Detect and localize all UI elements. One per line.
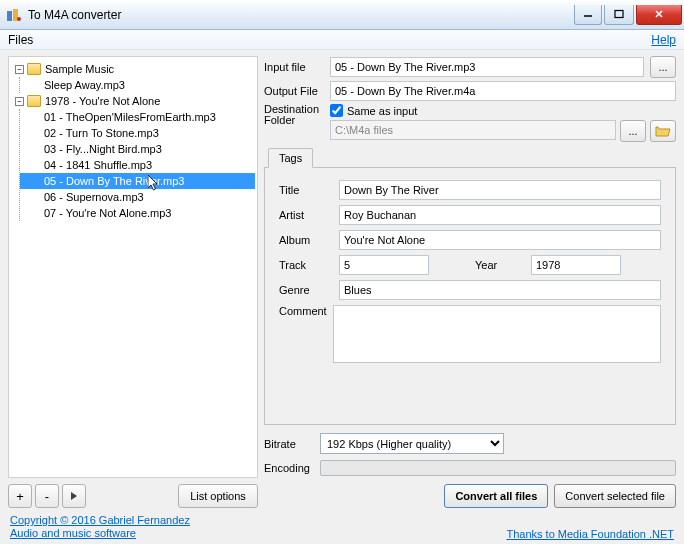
bitrate-label: Bitrate	[264, 438, 314, 450]
album-field[interactable]	[339, 230, 661, 250]
maximize-button[interactable]	[604, 5, 634, 25]
audio-software-link[interactable]: Audio and music software	[10, 527, 190, 540]
folder-icon	[27, 95, 41, 107]
genre-field[interactable]	[339, 280, 661, 300]
tree-folder[interactable]: − Sample Music	[11, 61, 255, 77]
bitrate-select[interactable]: 192 Kbps (Higher quality)	[320, 433, 504, 454]
tree-item[interactable]: Sleep Away.mp3	[20, 77, 255, 93]
add-button[interactable]: +	[8, 484, 32, 508]
svg-rect-0	[7, 11, 12, 21]
menu-files[interactable]: Files	[8, 33, 33, 47]
encoding-progress	[320, 460, 676, 476]
input-file-label: Input file	[264, 61, 324, 73]
titlebar: To M4A converter	[0, 0, 684, 30]
menubar: Files Help	[0, 30, 684, 50]
album-label: Album	[279, 234, 333, 246]
collapse-icon[interactable]: −	[15, 97, 24, 106]
same-as-input-label: Same as input	[347, 105, 417, 117]
genre-label: Genre	[279, 284, 333, 296]
track-label: Track	[279, 259, 333, 271]
list-options-button[interactable]: List options	[178, 484, 258, 508]
tree-folder[interactable]: − 1978 - You're Not Alone	[11, 93, 255, 109]
file-tree[interactable]: − Sample Music Sleep Away.mp3 − 1978 - Y…	[8, 56, 258, 478]
convert-all-button[interactable]: Convert all files	[444, 484, 548, 508]
minimize-button[interactable]	[574, 5, 602, 25]
artist-label: Artist	[279, 209, 333, 221]
folder-icon	[27, 63, 41, 75]
close-button[interactable]	[636, 5, 682, 25]
help-link[interactable]: Help	[651, 33, 676, 47]
tree-item[interactable]: 01 - TheOpen'MilesFromEarth.mp3	[20, 109, 255, 125]
footer: Copyright © 2016 Gabriel Fernandez Audio…	[0, 514, 684, 544]
title-field[interactable]	[339, 180, 661, 200]
input-file-field[interactable]	[330, 57, 644, 77]
browse-input-button[interactable]: ...	[650, 56, 676, 78]
comment-field[interactable]	[333, 305, 661, 363]
dest-folder-label: Destination Folder	[264, 104, 324, 126]
browse-dest-button[interactable]: ...	[620, 120, 646, 142]
title-label: Title	[279, 184, 333, 196]
tree-item[interactable]: 06 - Supernova.mp3	[20, 189, 255, 205]
tags-panel: Title Artist Album Track Year Genre Comm…	[264, 167, 676, 425]
same-as-input-checkbox[interactable]	[330, 104, 343, 117]
track-field[interactable]	[339, 255, 429, 275]
svg-rect-4	[615, 11, 623, 18]
artist-field[interactable]	[339, 205, 661, 225]
tree-item[interactable]: 07 - You're Not Alone.mp3	[20, 205, 255, 221]
open-folder-button[interactable]	[650, 120, 676, 142]
comment-label: Comment	[279, 305, 327, 317]
convert-selected-button[interactable]: Convert selected file	[554, 484, 676, 508]
svg-point-2	[17, 17, 21, 21]
tree-item[interactable]: 03 - Fly...Night Bird.mp3	[20, 141, 255, 157]
collapse-icon[interactable]: −	[15, 65, 24, 74]
dest-path-field	[330, 120, 616, 140]
window-title: To M4A converter	[28, 8, 574, 22]
tab-tags[interactable]: Tags	[268, 148, 313, 168]
play-button[interactable]	[62, 484, 86, 508]
copyright-link[interactable]: Copyright © 2016 Gabriel Fernandez	[10, 514, 190, 527]
year-field[interactable]	[531, 255, 621, 275]
thanks-link[interactable]: Thanks to Media Foundation .NET	[506, 528, 674, 540]
tree-item[interactable]: 02 - Turn To Stone.mp3	[20, 125, 255, 141]
output-file-field[interactable]	[330, 81, 676, 101]
folder-open-icon	[655, 124, 671, 138]
encoding-label: Encoding	[264, 462, 314, 474]
output-file-label: Output File	[264, 85, 324, 97]
year-label: Year	[475, 259, 525, 271]
tree-item[interactable]: 04 - 1841 Shuffle.mp3	[20, 157, 255, 173]
tree-item-selected[interactable]: 05 - Down By The River.mp3	[20, 173, 255, 189]
remove-button[interactable]: -	[35, 484, 59, 508]
app-icon	[6, 7, 22, 23]
